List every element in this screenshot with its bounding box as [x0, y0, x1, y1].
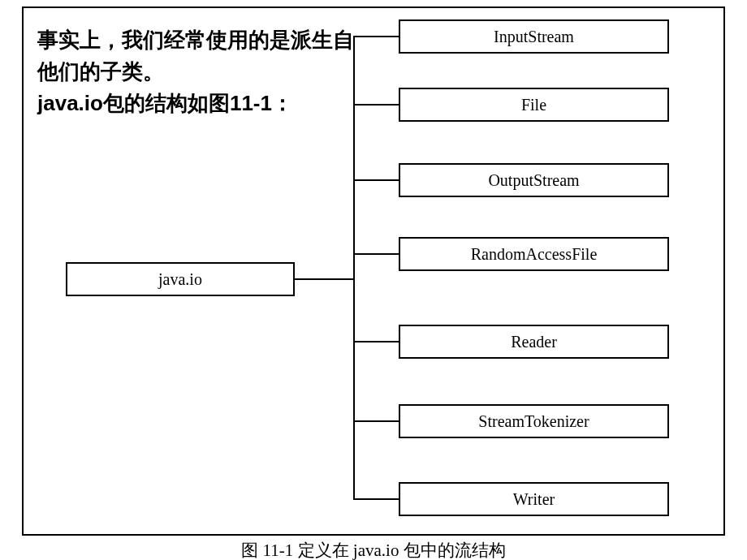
connector-branch	[353, 179, 399, 181]
connector-branch	[353, 498, 399, 500]
description-line2: java.io包的结构如图11-1：	[37, 91, 293, 115]
diagram-child-node: StreamTokenizer	[399, 404, 669, 438]
child-label: Writer	[513, 490, 555, 509]
connector-branch	[353, 341, 399, 342]
child-label: RandomAccessFile	[471, 245, 598, 264]
connector-main	[295, 278, 355, 280]
connector-branch	[353, 420, 399, 422]
description-line1: 事实上，我们经常使用的是派生自他们的子类。	[37, 28, 354, 84]
child-label: StreamTokenizer	[478, 412, 589, 431]
diagram-child-node: RandomAccessFile	[399, 237, 669, 271]
diagram-root-node: java.io	[66, 262, 295, 296]
diagram-child-node: Writer	[399, 482, 669, 516]
diagram-child-node: Reader	[399, 325, 669, 359]
diagram-child-node: InputStream	[399, 19, 669, 54]
description-text: 事实上，我们经常使用的是派生自他们的子类。 java.io包的结构如图11-1：	[37, 24, 354, 119]
connector-branch	[353, 104, 399, 106]
child-label: OutputStream	[488, 171, 579, 190]
connector-branch	[353, 253, 399, 255]
figure-caption: 图 11-1 定义在 java.io 包中的流结构	[0, 539, 747, 560]
connector-branch	[353, 36, 399, 37]
diagram-child-node: File	[399, 88, 669, 122]
diagram-child-node: OutputStream	[399, 163, 669, 197]
child-label: InputStream	[494, 28, 574, 46]
caption-text: 图 11-1 定义在 java.io 包中的流结构	[241, 541, 505, 560]
child-label: File	[521, 96, 546, 114]
child-label: Reader	[511, 333, 557, 351]
root-label: java.io	[158, 270, 202, 289]
